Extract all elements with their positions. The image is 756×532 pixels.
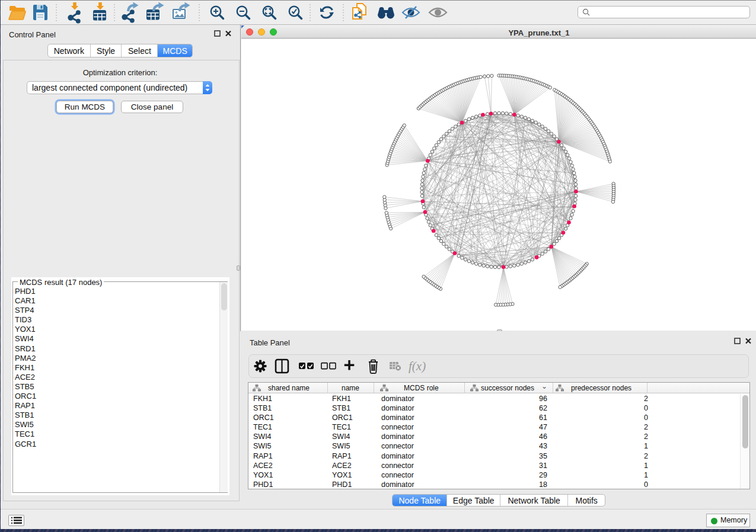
svg-text:f(x): f(x) xyxy=(409,359,426,373)
